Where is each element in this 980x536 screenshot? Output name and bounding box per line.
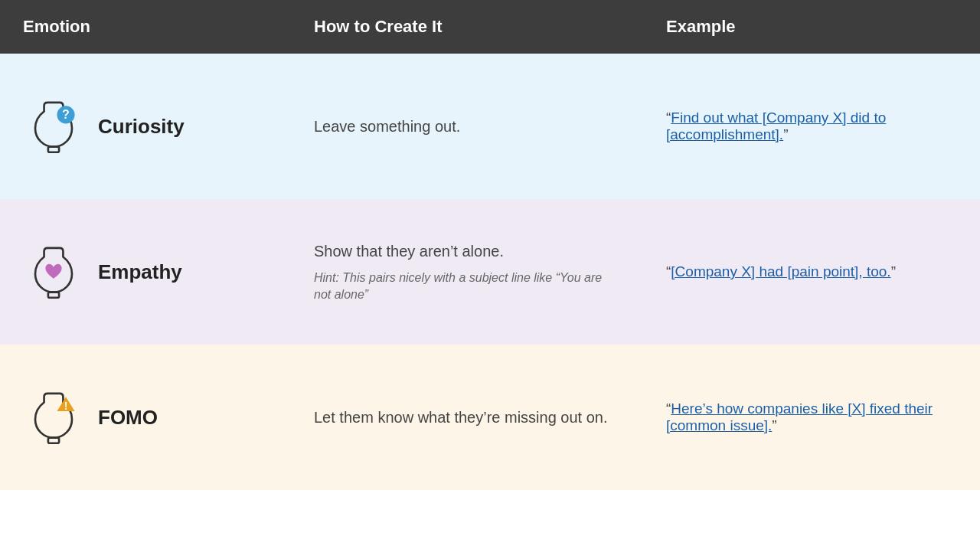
header-how: How to Create It <box>291 0 643 54</box>
svg-text:!: ! <box>64 400 68 412</box>
cell-emotion-curiosity: ? Curiosity <box>0 54 291 199</box>
table-row-empathy: Empathy Show that they aren’t alone.Hint… <box>0 199 980 345</box>
table-row-fomo: ! FOMO Let them know what they’re missin… <box>0 345 980 490</box>
cell-emotion-empathy: Empathy <box>0 199 291 345</box>
svg-rect-3 <box>48 293 59 298</box>
example-text-curiosity: “Find out what [Company X] did to [accom… <box>666 109 957 143</box>
cell-how-curiosity: Leave something out. <box>291 54 643 199</box>
cell-how-empathy: Show that they aren’t alone.Hint: This p… <box>291 199 643 345</box>
table-header: Emotion How to Create It Example <box>0 0 980 54</box>
table-body: ? Curiosity Leave something out.“Find ou… <box>0 54 980 490</box>
how-main-empathy: Show that they aren’t alone. <box>314 240 504 262</box>
emotion-label-fomo: FOMO <box>98 406 158 430</box>
header-emotion: Emotion <box>0 0 291 54</box>
cell-example-empathy: “[Company X] had [pain point], too.” <box>643 199 980 345</box>
empathy-icon <box>23 241 84 302</box>
example-link-fomo[interactable]: Here’s how companies like [X] fixed thei… <box>666 400 933 433</box>
svg-rect-4 <box>48 438 59 443</box>
emotion-label-empathy: Empathy <box>98 260 182 284</box>
svg-text:?: ? <box>62 108 70 121</box>
how-main-curiosity: Leave something out. <box>314 116 460 137</box>
example-text-fomo: “Here’s how companies like [X] fixed the… <box>666 400 957 434</box>
cell-emotion-fomo: ! FOMO <box>0 345 291 490</box>
header-example: Example <box>643 0 980 54</box>
cell-how-fomo: Let them know what they’re missing out o… <box>291 345 643 490</box>
svg-rect-0 <box>48 147 59 152</box>
how-main-fomo: Let them know what they’re missing out o… <box>314 407 608 428</box>
example-link-curiosity[interactable]: Find out what [Company X] did to [accomp… <box>666 109 886 142</box>
emotion-label-curiosity: Curiosity <box>98 115 185 139</box>
cell-example-fomo: “Here’s how companies like [X] fixed the… <box>643 345 980 490</box>
fomo-icon: ! <box>23 387 84 448</box>
cell-example-curiosity: “Find out what [Company X] did to [accom… <box>643 54 980 199</box>
example-text-empathy: “[Company X] had [pain point], too.” <box>666 263 896 280</box>
curiosity-icon: ? <box>23 96 84 157</box>
how-hint-empathy: Hint: This pairs nicely with a subject l… <box>314 270 620 304</box>
example-link-empathy[interactable]: [Company X] had [pain point], too. <box>671 263 890 279</box>
table-row-curiosity: ? Curiosity Leave something out.“Find ou… <box>0 54 980 199</box>
